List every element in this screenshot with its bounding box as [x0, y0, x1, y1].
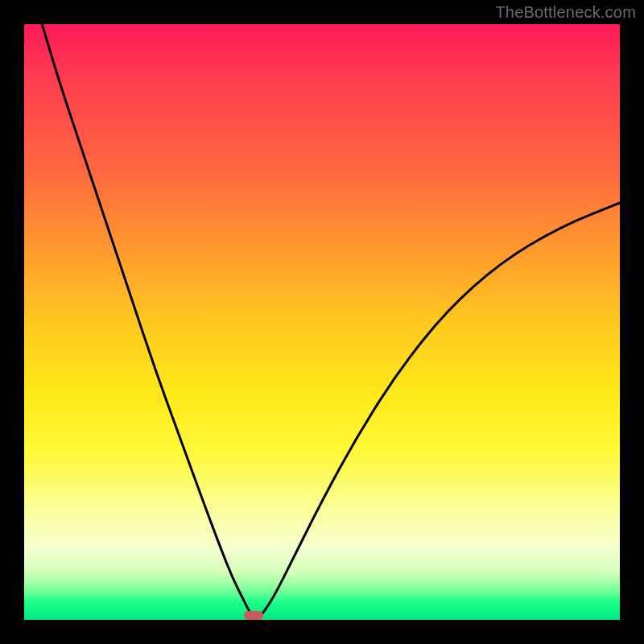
minimum-marker: [244, 611, 263, 620]
watermark-text: TheBottleneck.com: [495, 3, 636, 22]
bottleneck-curve: [24, 24, 620, 620]
chart-frame: TheBottleneck.com: [0, 0, 644, 644]
plot-area: [24, 24, 620, 620]
